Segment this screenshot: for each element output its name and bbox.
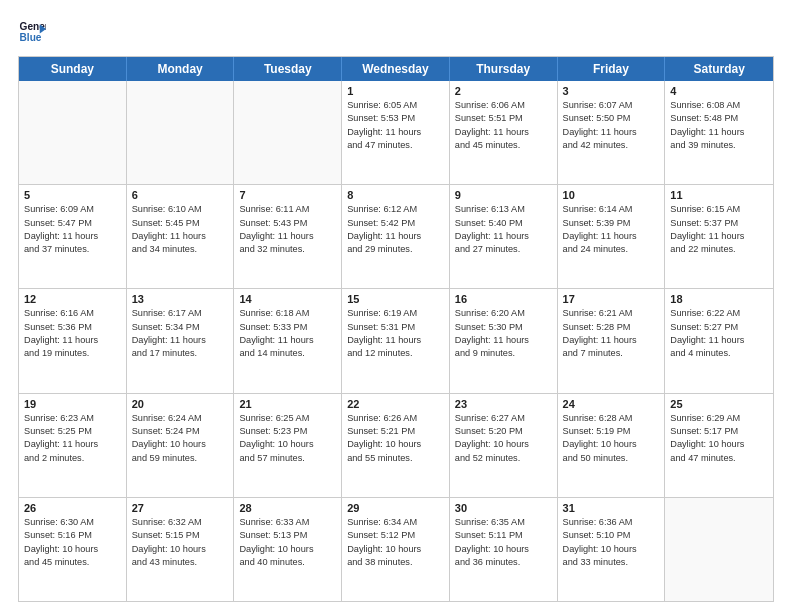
day-info: Sunrise: 6:12 AM Sunset: 5:42 PM Dayligh… <box>347 203 444 256</box>
day-number: 28 <box>239 502 336 514</box>
day-number: 22 <box>347 398 444 410</box>
calendar: SundayMondayTuesdayWednesdayThursdayFrid… <box>18 56 774 602</box>
day-number: 6 <box>132 189 229 201</box>
page: General Blue SundayMondayTuesdayWednesda… <box>0 0 792 612</box>
day-info: Sunrise: 6:33 AM Sunset: 5:13 PM Dayligh… <box>239 516 336 569</box>
day-number: 9 <box>455 189 552 201</box>
calendar-day-31: 31Sunrise: 6:36 AM Sunset: 5:10 PM Dayli… <box>558 498 666 601</box>
day-info: Sunrise: 6:22 AM Sunset: 5:27 PM Dayligh… <box>670 307 768 360</box>
calendar-header: SundayMondayTuesdayWednesdayThursdayFrid… <box>19 57 773 81</box>
calendar-row-3: 19Sunrise: 6:23 AM Sunset: 5:25 PM Dayli… <box>19 394 773 498</box>
calendar-day-20: 20Sunrise: 6:24 AM Sunset: 5:24 PM Dayli… <box>127 394 235 497</box>
calendar-day-21: 21Sunrise: 6:25 AM Sunset: 5:23 PM Dayli… <box>234 394 342 497</box>
day-number: 12 <box>24 293 121 305</box>
day-number: 24 <box>563 398 660 410</box>
day-number: 20 <box>132 398 229 410</box>
calendar-day-12: 12Sunrise: 6:16 AM Sunset: 5:36 PM Dayli… <box>19 289 127 392</box>
day-number: 27 <box>132 502 229 514</box>
day-number: 5 <box>24 189 121 201</box>
calendar-day-26: 26Sunrise: 6:30 AM Sunset: 5:16 PM Dayli… <box>19 498 127 601</box>
day-number: 15 <box>347 293 444 305</box>
calendar-day-8: 8Sunrise: 6:12 AM Sunset: 5:42 PM Daylig… <box>342 185 450 288</box>
day-info: Sunrise: 6:29 AM Sunset: 5:17 PM Dayligh… <box>670 412 768 465</box>
weekday-header-tuesday: Tuesday <box>234 57 342 81</box>
calendar-day-15: 15Sunrise: 6:19 AM Sunset: 5:31 PM Dayli… <box>342 289 450 392</box>
day-info: Sunrise: 6:24 AM Sunset: 5:24 PM Dayligh… <box>132 412 229 465</box>
day-info: Sunrise: 6:36 AM Sunset: 5:10 PM Dayligh… <box>563 516 660 569</box>
day-number: 29 <box>347 502 444 514</box>
day-number: 19 <box>24 398 121 410</box>
day-number: 25 <box>670 398 768 410</box>
calendar-day-30: 30Sunrise: 6:35 AM Sunset: 5:11 PM Dayli… <box>450 498 558 601</box>
weekday-header-saturday: Saturday <box>665 57 773 81</box>
calendar-day-19: 19Sunrise: 6:23 AM Sunset: 5:25 PM Dayli… <box>19 394 127 497</box>
svg-text:Blue: Blue <box>20 32 42 43</box>
day-info: Sunrise: 6:09 AM Sunset: 5:47 PM Dayligh… <box>24 203 121 256</box>
calendar-day-7: 7Sunrise: 6:11 AM Sunset: 5:43 PM Daylig… <box>234 185 342 288</box>
calendar-row-0: 1Sunrise: 6:05 AM Sunset: 5:53 PM Daylig… <box>19 81 773 185</box>
calendar-day-4: 4Sunrise: 6:08 AM Sunset: 5:48 PM Daylig… <box>665 81 773 184</box>
calendar-day-16: 16Sunrise: 6:20 AM Sunset: 5:30 PM Dayli… <box>450 289 558 392</box>
day-info: Sunrise: 6:21 AM Sunset: 5:28 PM Dayligh… <box>563 307 660 360</box>
day-number: 31 <box>563 502 660 514</box>
calendar-row-2: 12Sunrise: 6:16 AM Sunset: 5:36 PM Dayli… <box>19 289 773 393</box>
day-number: 21 <box>239 398 336 410</box>
calendar-empty-cell <box>127 81 235 184</box>
calendar-day-29: 29Sunrise: 6:34 AM Sunset: 5:12 PM Dayli… <box>342 498 450 601</box>
calendar-day-6: 6Sunrise: 6:10 AM Sunset: 5:45 PM Daylig… <box>127 185 235 288</box>
day-info: Sunrise: 6:10 AM Sunset: 5:45 PM Dayligh… <box>132 203 229 256</box>
calendar-day-2: 2Sunrise: 6:06 AM Sunset: 5:51 PM Daylig… <box>450 81 558 184</box>
day-number: 16 <box>455 293 552 305</box>
day-info: Sunrise: 6:18 AM Sunset: 5:33 PM Dayligh… <box>239 307 336 360</box>
calendar-day-5: 5Sunrise: 6:09 AM Sunset: 5:47 PM Daylig… <box>19 185 127 288</box>
day-number: 3 <box>563 85 660 97</box>
calendar-empty-cell <box>665 498 773 601</box>
calendar-row-1: 5Sunrise: 6:09 AM Sunset: 5:47 PM Daylig… <box>19 185 773 289</box>
day-info: Sunrise: 6:05 AM Sunset: 5:53 PM Dayligh… <box>347 99 444 152</box>
day-info: Sunrise: 6:32 AM Sunset: 5:15 PM Dayligh… <box>132 516 229 569</box>
calendar-day-18: 18Sunrise: 6:22 AM Sunset: 5:27 PM Dayli… <box>665 289 773 392</box>
calendar-day-9: 9Sunrise: 6:13 AM Sunset: 5:40 PM Daylig… <box>450 185 558 288</box>
calendar-row-4: 26Sunrise: 6:30 AM Sunset: 5:16 PM Dayli… <box>19 498 773 601</box>
day-info: Sunrise: 6:25 AM Sunset: 5:23 PM Dayligh… <box>239 412 336 465</box>
day-number: 7 <box>239 189 336 201</box>
day-info: Sunrise: 6:11 AM Sunset: 5:43 PM Dayligh… <box>239 203 336 256</box>
day-number: 23 <box>455 398 552 410</box>
day-info: Sunrise: 6:07 AM Sunset: 5:50 PM Dayligh… <box>563 99 660 152</box>
logo-icon: General Blue <box>18 18 46 46</box>
day-number: 26 <box>24 502 121 514</box>
calendar-body: 1Sunrise: 6:05 AM Sunset: 5:53 PM Daylig… <box>19 81 773 601</box>
day-number: 18 <box>670 293 768 305</box>
day-number: 1 <box>347 85 444 97</box>
day-info: Sunrise: 6:08 AM Sunset: 5:48 PM Dayligh… <box>670 99 768 152</box>
calendar-day-11: 11Sunrise: 6:15 AM Sunset: 5:37 PM Dayli… <box>665 185 773 288</box>
header: General Blue <box>18 18 774 46</box>
calendar-empty-cell <box>19 81 127 184</box>
day-number: 2 <box>455 85 552 97</box>
day-number: 10 <box>563 189 660 201</box>
calendar-day-28: 28Sunrise: 6:33 AM Sunset: 5:13 PM Dayli… <box>234 498 342 601</box>
day-info: Sunrise: 6:26 AM Sunset: 5:21 PM Dayligh… <box>347 412 444 465</box>
weekday-header-thursday: Thursday <box>450 57 558 81</box>
day-number: 4 <box>670 85 768 97</box>
day-info: Sunrise: 6:27 AM Sunset: 5:20 PM Dayligh… <box>455 412 552 465</box>
weekday-header-sunday: Sunday <box>19 57 127 81</box>
day-info: Sunrise: 6:16 AM Sunset: 5:36 PM Dayligh… <box>24 307 121 360</box>
day-info: Sunrise: 6:19 AM Sunset: 5:31 PM Dayligh… <box>347 307 444 360</box>
day-number: 13 <box>132 293 229 305</box>
day-number: 17 <box>563 293 660 305</box>
calendar-day-27: 27Sunrise: 6:32 AM Sunset: 5:15 PM Dayli… <box>127 498 235 601</box>
day-info: Sunrise: 6:17 AM Sunset: 5:34 PM Dayligh… <box>132 307 229 360</box>
calendar-day-14: 14Sunrise: 6:18 AM Sunset: 5:33 PM Dayli… <box>234 289 342 392</box>
day-number: 14 <box>239 293 336 305</box>
day-info: Sunrise: 6:35 AM Sunset: 5:11 PM Dayligh… <box>455 516 552 569</box>
day-number: 11 <box>670 189 768 201</box>
calendar-day-22: 22Sunrise: 6:26 AM Sunset: 5:21 PM Dayli… <box>342 394 450 497</box>
calendar-day-23: 23Sunrise: 6:27 AM Sunset: 5:20 PM Dayli… <box>450 394 558 497</box>
day-info: Sunrise: 6:20 AM Sunset: 5:30 PM Dayligh… <box>455 307 552 360</box>
day-info: Sunrise: 6:06 AM Sunset: 5:51 PM Dayligh… <box>455 99 552 152</box>
day-number: 8 <box>347 189 444 201</box>
weekday-header-monday: Monday <box>127 57 235 81</box>
day-info: Sunrise: 6:13 AM Sunset: 5:40 PM Dayligh… <box>455 203 552 256</box>
calendar-day-17: 17Sunrise: 6:21 AM Sunset: 5:28 PM Dayli… <box>558 289 666 392</box>
